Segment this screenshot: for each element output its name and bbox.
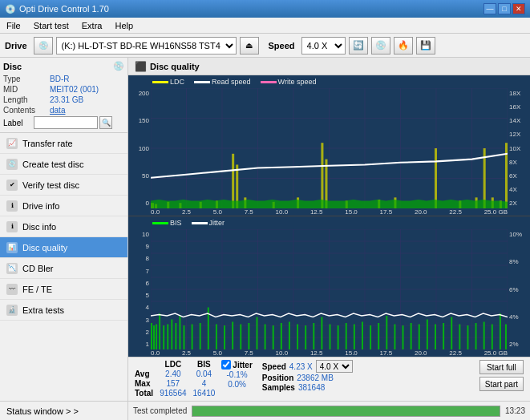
svg-rect-76 [224,325,225,349]
sidebar-item-fe-te[interactable]: 〰 FE / TE [0,279,127,300]
content-area: ⬛ Disc quality LDC Read speed [128,58,530,420]
svg-rect-72 [192,325,193,350]
speed-stat-label: Speed [262,362,286,371]
svg-rect-66 [163,325,164,349]
sidebar-label-cd-bler: CD Bler [22,264,54,273]
svg-rect-80 [256,317,257,350]
svg-rect-89 [330,325,331,350]
drive-icon-button[interactable]: 💿 [34,37,53,55]
svg-rect-105 [459,325,460,350]
menu-extra[interactable]: Extra [79,20,106,31]
disc-panel: Disc 💿 Type BD-R MID MEIT02 (001) Length… [0,58,127,133]
svg-rect-32 [435,148,437,208]
svg-rect-62 [151,323,152,349]
sidebar-label-extra-tests: Extra tests [22,305,64,315]
bottom-chart-x-axis: 0.0 2.5 5.0 7.5 10.0 12.5 15.0 17.5 20.0… [128,349,530,357]
speed-stat-select[interactable]: 4.0 X [316,360,353,373]
disc-quality-icon: 📊 [6,242,18,253]
start-part-button[interactable]: Start part [479,377,524,391]
ldc-header: LDC [165,360,182,369]
contents-value[interactable]: data [50,106,124,115]
menu-start-test[interactable]: Start test [30,20,72,31]
svg-marker-39 [151,200,508,208]
svg-rect-71 [183,325,184,349]
svg-rect-94 [370,325,371,349]
svg-rect-67 [167,325,168,350]
sidebar-label-verify-test-disc: Verify test disc [22,180,79,190]
refresh-button[interactable]: 🔄 [349,37,368,55]
minimize-button[interactable]: — [483,3,496,14]
titlebar-controls: — □ ✕ [483,3,525,14]
legend-bis: BIS [152,219,182,227]
main-area: Disc 💿 Type BD-R MID MEIT02 (001) Length… [0,58,530,420]
svg-rect-84 [289,322,290,350]
label-icon-button[interactable]: 🔍 [99,116,112,129]
save-button[interactable]: 💾 [416,37,435,55]
status-bar: Test completed 13:23 [128,401,530,420]
eject-button[interactable]: ⏏ [240,37,259,55]
bis-total: 16410 [193,389,216,398]
legend-write-speed: Write speed [261,78,317,86]
drive-select[interactable]: (K:) HL-DT-ST BD-RE WH16NS58 TST4 [56,37,237,55]
disc-title: Disc [3,62,22,71]
progress-bar [192,406,500,417]
speed-select[interactable]: 4.0 X 8.0 X 16.0 X [301,37,346,55]
svg-rect-90 [338,325,339,349]
menu-file[interactable]: File [3,20,24,31]
bottom-chart-svg [151,229,508,349]
svg-rect-93 [362,322,363,350]
sidebar-label-create-test-disc: Create test disc [22,160,83,169]
position-label: Position [262,374,293,382]
cd-bler-icon: 📉 [6,263,18,274]
jitter-header: Jitter [233,361,252,370]
sidebar: Disc 💿 Type BD-R MID MEIT02 (001) Length… [0,58,128,420]
top-chart-svg [151,88,508,208]
ldc-max: 157 [167,379,180,388]
svg-rect-65 [159,313,160,349]
svg-rect-64 [156,325,157,350]
total-label: Total [135,389,153,398]
start-full-button[interactable]: Start full [479,360,524,374]
titlebar-title: 💿 Opti Drive Control 1.70 [5,4,109,14]
disc-button[interactable]: 💿 [371,37,390,55]
sidebar-item-verify-test-disc[interactable]: ✔ Verify test disc [0,175,127,196]
jitter-avg: -0.1% [227,370,248,379]
length-value: 23.31 GB [50,95,124,104]
bis-max: 4 [202,379,207,388]
sidebar-item-cd-bler[interactable]: 📉 CD Bler [0,258,127,279]
svg-rect-63 [153,325,155,349]
transfer-rate-icon: 📈 [6,138,18,149]
svg-rect-110 [500,313,501,349]
sidebar-item-disc-info[interactable]: ℹ Disc info [0,216,127,237]
jitter-checkbox[interactable] [221,360,231,370]
sidebar-label-transfer-rate: Transfer rate [22,139,73,148]
length-label: Length [3,95,50,104]
maximize-button[interactable]: □ [498,3,511,14]
content-title: Disc quality [150,62,200,71]
jitter-total [236,390,238,398]
burn-button[interactable]: 🔥 [394,37,413,55]
top-chart-y-axis-left: 200 150 100 50 0 [128,88,151,208]
bis-avg: 0.04 [196,370,212,378]
svg-rect-69 [175,323,176,349]
svg-rect-99 [411,323,412,349]
jitter-max: 0.0% [228,380,246,389]
bottom-chart-legend: BIS Jitter [128,216,530,229]
close-button[interactable]: ✕ [512,3,525,14]
max-label: Max [135,379,153,388]
type-value: BD-R [50,75,124,83]
label-input[interactable] [34,116,98,129]
svg-rect-109 [492,325,493,350]
sidebar-item-transfer-rate[interactable]: 📈 Transfer rate [0,133,127,154]
sidebar-item-extra-tests[interactable]: 🔬 Extra tests [0,300,127,321]
sidebar-item-drive-info[interactable]: ℹ Drive info [0,196,127,216]
menu-help[interactable]: Help [111,20,136,31]
svg-rect-88 [321,317,322,350]
sidebar-item-disc-quality[interactable]: 📊 Disc quality [0,237,127,258]
sidebar-item-create-test-disc[interactable]: 💿 Create test disc [0,154,127,175]
svg-rect-38 [505,143,508,208]
bottom-chart-y-axis-right: 10% 8% 6% 4% 2% [508,229,530,349]
contents-label: Contents [3,106,50,115]
type-label: Type [3,75,50,83]
sidebar-item-status-window[interactable]: Status window > > [0,401,127,420]
